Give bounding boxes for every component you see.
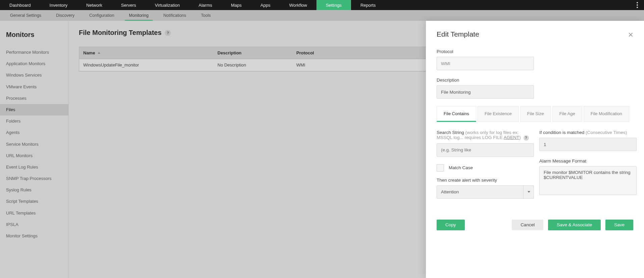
protocol-input xyxy=(437,57,534,70)
nav-network[interactable]: Network xyxy=(77,0,112,10)
copy-button[interactable]: Copy xyxy=(437,220,465,230)
cancel-button[interactable]: Cancel xyxy=(512,220,543,230)
condition-hint: (Consecutive Times) xyxy=(586,130,627,135)
sidebar-url-monitors[interactable]: URL Monitors xyxy=(0,150,68,161)
nav-servers[interactable]: Servers xyxy=(112,0,146,10)
nav-reports[interactable]: Reports xyxy=(351,0,385,10)
tab-file-size[interactable]: File Size xyxy=(520,106,551,122)
sidebar-agents[interactable]: Agents xyxy=(0,127,68,138)
sidebar-snmp-trap-processors[interactable]: SNMP Trap Processors xyxy=(0,173,68,184)
sub-nav: General Settings Discovery Configuration… xyxy=(0,10,644,21)
subnav-configuration[interactable]: Configuration xyxy=(82,10,121,21)
tab-file-contains[interactable]: File Contains xyxy=(437,106,476,122)
sidebar-script-templates[interactable]: Script Templates xyxy=(0,196,68,207)
monitors-sidebar: Monitors Performance Monitors Applicatio… xyxy=(0,21,69,278)
alarm-format-label: Alarm Message Format xyxy=(539,158,637,164)
subnav-monitoring[interactable]: Monitoring xyxy=(121,10,156,21)
nav-alarms[interactable]: Alarms xyxy=(189,0,221,10)
edit-template-panel: Edit Template × Protocol Description Fil… xyxy=(426,21,644,278)
close-icon[interactable]: × xyxy=(628,30,633,39)
cell-name: WindowsUpdateFile_monitor xyxy=(79,59,213,71)
tab-file-existence[interactable]: File Existence xyxy=(478,106,519,122)
search-string-input[interactable] xyxy=(437,143,534,157)
save-associate-button[interactable]: Save & Associate xyxy=(548,220,601,230)
nav-settings[interactable]: Settings xyxy=(316,0,351,10)
top-nav: Dashboard Inventory Network Servers Virt… xyxy=(0,0,644,10)
panel-title: Edit Template xyxy=(437,30,479,38)
panel-footer: Copy Cancel Save & Associate Save xyxy=(437,220,633,230)
subnav-discovery[interactable]: Discovery xyxy=(49,10,82,21)
tab-file-age[interactable]: File Age xyxy=(552,106,582,122)
panel-tabs: File Contains File Existence File Size F… xyxy=(437,106,633,122)
sidebar-application-monitors[interactable]: Application Monitors xyxy=(0,58,68,70)
sidebar-ipsla[interactable]: IPSLA xyxy=(0,219,68,230)
page-title-text: File Monitoring Templates xyxy=(79,29,161,37)
sidebar-processes[interactable]: Processes xyxy=(0,93,68,104)
condition-label: If condition is matched (Consecutive Tim… xyxy=(539,130,637,135)
nav-dashboard[interactable]: Dashboard xyxy=(0,0,40,10)
match-case-checkbox[interactable] xyxy=(437,164,444,172)
alarm-format-textarea[interactable] xyxy=(539,166,637,195)
col-header-description[interactable]: Description xyxy=(213,47,292,59)
nav-maps[interactable]: Maps xyxy=(221,0,251,10)
search-string-label: Search String (works only for log files … xyxy=(437,130,534,141)
agent-link[interactable]: AGENT xyxy=(504,135,519,140)
sidebar-vmware-events[interactable]: VMware Events xyxy=(0,81,68,93)
severity-label: Then create alert with severity xyxy=(437,178,534,183)
save-button[interactable]: Save xyxy=(605,220,633,230)
description-label: Description xyxy=(437,78,633,83)
search-string-label-text: Search String xyxy=(437,130,464,135)
condition-input[interactable] xyxy=(539,138,637,151)
sidebar-syslog-rules[interactable]: Syslog Rules xyxy=(0,184,68,196)
col-header-protocol[interactable]: Protocol xyxy=(292,47,380,59)
sidebar-title: Monitors xyxy=(0,27,68,47)
search-hint-tail: ) xyxy=(519,135,521,140)
nav-workflow[interactable]: Workflow xyxy=(280,0,316,10)
nav-virtualization[interactable]: Virtualization xyxy=(146,0,189,10)
sort-asc-icon xyxy=(98,52,100,54)
col-header-name[interactable]: Name xyxy=(79,47,213,59)
match-case-label: Match Case xyxy=(449,165,473,170)
sidebar-monitor-settings[interactable]: Monitor Settings xyxy=(0,230,68,242)
nav-inventory[interactable]: Inventory xyxy=(40,0,77,10)
cell-protocol: WMI xyxy=(292,59,380,71)
sidebar-service-monitors[interactable]: Service Monitors xyxy=(0,139,68,150)
cell-description: No Description xyxy=(213,59,292,71)
help-icon[interactable]: ? xyxy=(524,135,529,141)
subnav-notifications[interactable]: Notifications xyxy=(156,10,194,21)
description-input[interactable] xyxy=(437,85,534,99)
help-icon[interactable]: ? xyxy=(165,30,171,36)
tab-file-modification[interactable]: File Modification xyxy=(584,106,629,122)
sidebar-performance-monitors[interactable]: Performance Monitors xyxy=(0,47,68,58)
subnav-general-settings[interactable]: General Settings xyxy=(3,10,49,21)
sidebar-folders[interactable]: Folders xyxy=(0,115,68,127)
sidebar-files[interactable]: Files xyxy=(0,104,68,115)
col-header-name-text: Name xyxy=(83,50,95,55)
kebab-menu-icon[interactable] xyxy=(631,0,644,10)
sidebar-event-log-rules[interactable]: Event Log Rules xyxy=(0,161,68,173)
severity-select[interactable] xyxy=(437,185,534,199)
subnav-tools[interactable]: Tools xyxy=(194,10,218,21)
sidebar-windows-services[interactable]: Windows Services xyxy=(0,70,68,81)
condition-label-text: If condition is matched xyxy=(539,130,584,135)
nav-apps[interactable]: Apps xyxy=(251,0,280,10)
sidebar-url-templates[interactable]: URL Templates xyxy=(0,207,68,219)
protocol-label: Protocol xyxy=(437,49,633,54)
